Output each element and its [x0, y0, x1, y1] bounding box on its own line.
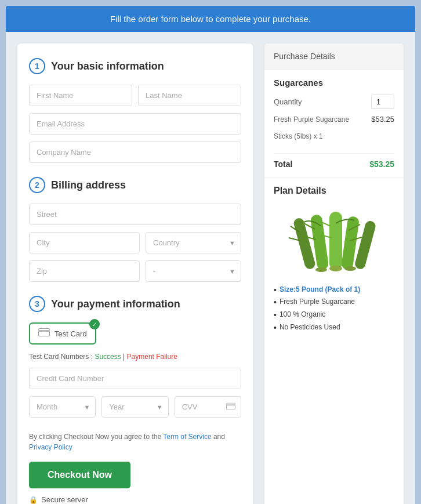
success-link[interactable]: Success: [95, 353, 121, 361]
credit-card-icon: [38, 328, 50, 339]
card-label-text: Test Card: [55, 329, 87, 338]
svg-rect-3: [226, 404, 235, 406]
last-name-input[interactable]: [138, 85, 241, 106]
zip-input[interactable]: [29, 260, 140, 282]
state-wrapper: - ▼: [146, 260, 241, 282]
cc-number-row: [29, 368, 241, 389]
product-desc-line1: Fresh Purple Sugarcane: [274, 115, 349, 125]
total-label: Total: [274, 159, 292, 169]
year-select[interactable]: Year 2024202520262027: [101, 396, 168, 418]
test-card-info: Test Card Numbers : Success | Payment Fa…: [29, 353, 241, 361]
bullet-1-text: Size:5 Pound (Pack of 1): [280, 285, 360, 293]
lock-icon: 🔒: [29, 496, 38, 504]
section-basic-info: 1 Your basic information: [29, 58, 241, 163]
qty-input[interactable]: [371, 95, 394, 109]
svg-point-17: [329, 266, 342, 271]
year-wrapper: Year 2024202520262027 ▼: [101, 396, 168, 418]
bullet-1: • Size:5 Pound (Pack of 1): [274, 285, 394, 295]
section1-header: 1 Your basic information: [29, 58, 241, 74]
section3-header: 3 Your payment information: [29, 296, 241, 312]
top-banner: Fill the order form below to complete yo…: [6, 6, 415, 32]
total-amount: $53.25: [369, 159, 394, 169]
bullet-2: • Fresh Purple Sugarcane: [274, 298, 394, 307]
section2-title: Billing address: [51, 179, 126, 191]
email-input[interactable]: [29, 113, 241, 135]
bullet-3-text: 100 % Organic: [280, 310, 325, 318]
left-panel: 1 Your basic information: [17, 43, 253, 504]
street-row: [29, 204, 241, 225]
svg-rect-2: [226, 403, 235, 409]
section2-header: 2 Billing address: [29, 177, 241, 193]
secure-row: 🔒 Secure server: [29, 495, 241, 504]
plan-bullets: • Size:5 Pound (Pack of 1) • Fresh Purpl…: [274, 285, 394, 333]
qty-row: Quantity: [274, 95, 394, 109]
email-row: [29, 113, 241, 135]
secure-label: Secure server: [41, 495, 88, 504]
bullet-4-text: No Pesticides Used: [280, 323, 340, 331]
tos-link[interactable]: Term of Service: [163, 433, 211, 441]
svg-point-18: [315, 267, 327, 272]
company-row: [29, 142, 241, 163]
privacy-link[interactable]: Privacy Policy: [29, 443, 72, 451]
expiry-cvv-row: Month 010203 040506 070809 101112 ▼ Year…: [29, 396, 241, 418]
product-name: Sugarcanes: [274, 78, 394, 88]
bullet-3: • 100 % Organic: [274, 310, 394, 320]
product-desc: Fresh Purple Sugarcane Sticks (5lbs) x 1: [274, 115, 349, 148]
banner-text: Fill the order form below to complete yo…: [110, 14, 311, 24]
cvv-wrapper: [175, 396, 241, 418]
qty-label: Quantity: [274, 97, 302, 106]
plan-details-section: Plan Details: [264, 177, 404, 344]
street-input[interactable]: [29, 204, 241, 225]
cvv-card-icon: [226, 403, 235, 411]
city-country-row: Country ▼: [29, 232, 241, 253]
sugarcane-image: [274, 203, 394, 278]
page-container: Fill the order form below to complete yo…: [6, 6, 415, 504]
card-check-icon: ✓: [89, 319, 100, 329]
total-row: Total $53.25: [274, 153, 394, 169]
zip-state-row: - ▼: [29, 260, 241, 282]
plan-title: Plan Details: [274, 186, 394, 196]
city-input[interactable]: [29, 232, 140, 253]
country-wrapper: Country ▼: [146, 232, 241, 253]
section1-title: Your basic information: [51, 60, 164, 72]
card-option[interactable]: ✓ Test Card: [29, 322, 96, 345]
product-desc-line2: Sticks (5lbs) x 1: [274, 132, 349, 142]
month-wrapper: Month 010203 040506 070809 101112 ▼: [29, 396, 96, 418]
svg-rect-1: [38, 330, 50, 332]
svg-rect-10: [329, 212, 342, 270]
terms-text: By clicking Checkout Now you agree to th…: [29, 432, 241, 452]
section-billing: 2 Billing address Country ▼: [29, 177, 241, 282]
checkout-button[interactable]: Checkout Now: [29, 462, 130, 488]
product-price: $53.25: [371, 115, 394, 148]
svg-rect-0: [39, 329, 50, 336]
price-row: Fresh Purple Sugarcane Sticks (5lbs) x 1…: [274, 115, 394, 148]
name-row: [29, 85, 241, 106]
svg-point-19: [344, 266, 356, 271]
country-select[interactable]: Country: [146, 232, 241, 253]
right-panel: Purchase Details Sugarcanes Quantity Fre…: [264, 43, 404, 504]
main-content: 1 Your basic information: [6, 32, 415, 504]
company-input[interactable]: [29, 142, 241, 163]
month-select[interactable]: Month 010203 040506 070809 101112: [29, 396, 96, 418]
bullet-2-text: Fresh Purple Sugarcane: [280, 298, 355, 306]
section3-title: Your payment information: [51, 298, 180, 310]
step2-circle: 2: [29, 177, 45, 193]
section-payment: 3 Your payment information ✓ Test Card: [29, 296, 241, 418]
cc-number-input[interactable]: [29, 368, 241, 389]
purchase-details-header: Purchase Details: [264, 43, 404, 70]
state-select[interactable]: -: [146, 260, 241, 282]
bullet-4: • No Pesticides Used: [274, 323, 394, 333]
step3-circle: 3: [29, 296, 45, 312]
first-name-input[interactable]: [29, 85, 132, 106]
step1-circle: 1: [29, 58, 45, 74]
failure-link[interactable]: Payment Failure: [127, 353, 177, 361]
purchase-body: Sugarcanes Quantity Fresh Purple Sugarca…: [264, 70, 404, 177]
